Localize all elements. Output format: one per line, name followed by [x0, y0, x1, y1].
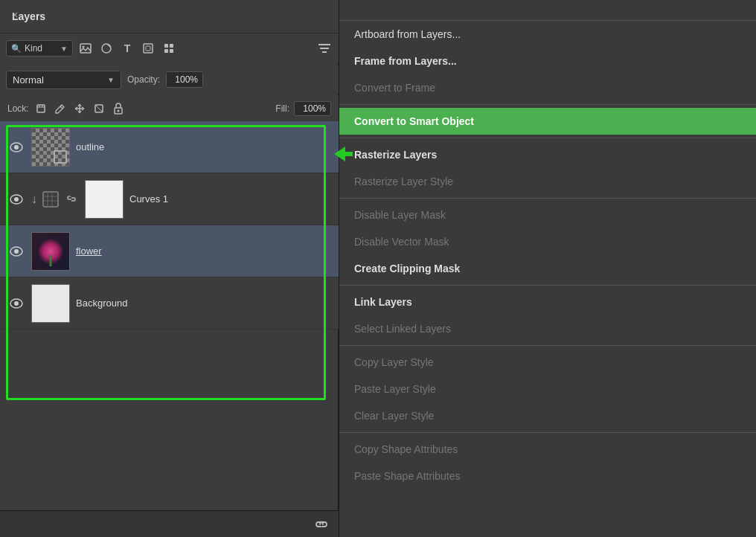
svg-rect-5 [164, 44, 168, 48]
lock-brush-icon[interactable] [53, 101, 68, 116]
menu-divider-2 [339, 138, 756, 138]
visibility-toggle-curves[interactable] [7, 190, 25, 208]
green-arrow [330, 143, 353, 165]
blend-chevron-icon: ▼ [107, 76, 115, 84]
svg-point-20 [117, 109, 119, 112]
curves-clip-arrow: ↓ [31, 193, 37, 206]
menu-item-copy-shape: Copy Shape Attributes [339, 436, 756, 463]
kind-label: Kind [25, 43, 42, 54]
svg-point-24 [14, 197, 19, 202]
menu-divider-1 [339, 104, 756, 105]
flower-layer-name: flower [76, 245, 331, 257]
menu-divider-5 [339, 345, 756, 346]
lock-label: Lock: [7, 103, 29, 114]
opacity-value[interactable]: 100% [166, 71, 203, 88]
outline-thumb-border [54, 150, 67, 164]
visibility-toggle-flower[interactable] [7, 242, 25, 260]
curves-layer-name: Curves 1 [129, 193, 331, 205]
svg-rect-12 [37, 105, 45, 112]
filter-toggle[interactable] [316, 40, 333, 57]
flower-layer-item[interactable]: flower [0, 225, 339, 277]
text-icon: T [124, 42, 131, 54]
menu-item-disable-layer-mask: Disable Layer Mask [339, 202, 756, 228]
curves-layer-thumb [85, 180, 124, 219]
menu-item-frame[interactable]: Frame from Layers... [339, 48, 756, 74]
svg-rect-8 [170, 49, 173, 53]
svg-line-16 [60, 106, 63, 109]
search-icon: 🔍 [11, 44, 22, 54]
menu-item-clear-layer-style: Clear Layer Style [339, 402, 756, 429]
curves-chain-icon [64, 192, 79, 207]
bottom-toolbar [0, 510, 339, 537]
lock-move-icon[interactable] [72, 101, 87, 116]
svg-rect-0 [80, 44, 91, 53]
menu-item-artboard[interactable]: Artboard from Layers... [339, 21, 756, 48]
menu-item-disable-vector-mask: Disable Vector Mask [339, 228, 756, 255]
menu-item-select-linked: Select Linked Layers [339, 315, 756, 342]
svg-point-31 [14, 249, 19, 254]
curves-extras: ↓ [31, 189, 79, 210]
context-menu: Artboard from Layers... Frame from Layer… [339, 0, 756, 537]
layers-list: outline ↓ [0, 121, 339, 329]
menu-divider-3 [339, 198, 756, 199]
svg-point-22 [14, 145, 19, 149]
lock-row: Lock: [0, 95, 339, 121]
link-icon[interactable] [313, 516, 330, 533]
lock-artboard-icon[interactable] [92, 101, 106, 116]
text-filter-icon[interactable]: T [119, 40, 135, 57]
menu-item-convert-smart[interactable]: Convert to Smart Object [339, 108, 756, 135]
outline-layer-thumb [31, 128, 70, 167]
background-layer-item[interactable]: Background [0, 277, 339, 329]
svg-rect-25 [43, 192, 58, 207]
image-filter-icon[interactable] [77, 40, 94, 57]
opacity-label: Opacity: [127, 74, 160, 85]
menu-item-copy-layer-style: Copy Layer Style [339, 349, 756, 376]
layer-item[interactable]: outline [0, 121, 339, 173]
layers-panel: × Layers 🔍 Kind ▼ T [0, 0, 339, 537]
background-layer-thumb [31, 284, 70, 323]
fill-value[interactable]: 100% [294, 101, 331, 116]
flower-layer-thumb [31, 232, 70, 271]
close-button[interactable]: × [7, 7, 22, 22]
lock-all-icon[interactable] [111, 101, 126, 116]
visibility-toggle-outline[interactable] [7, 138, 25, 156]
menu-top-partial [339, 0, 756, 21]
menu-item-create-clipping[interactable]: Create Clipping Mask [339, 255, 756, 282]
menu-item-link-layers[interactable]: Link Layers [339, 289, 756, 315]
misc-filter-icon[interactable] [161, 40, 177, 57]
svg-rect-4 [146, 46, 150, 51]
menu-item-paste-shape: Paste Shape Attributes [339, 463, 756, 489]
svg-marker-34 [334, 147, 353, 161]
circle-filter-icon[interactable] [98, 40, 115, 57]
flower-thumb-image [32, 233, 69, 270]
svg-rect-3 [144, 44, 153, 53]
lock-pixels-icon[interactable] [33, 101, 48, 116]
svg-point-1 [83, 46, 85, 48]
blend-mode-dropdown[interactable]: Normal ▼ [6, 71, 121, 89]
svg-point-33 [14, 301, 19, 306]
filter-row: 🔍 Kind ▼ T [0, 33, 339, 63]
menu-divider-6 [339, 432, 756, 433]
curves-grid-icon [40, 189, 61, 210]
menu-item-rasterize-layers[interactable]: Rasterize Layers [339, 141, 756, 168]
svg-rect-11 [322, 51, 327, 53]
outline-layer-name: outline [76, 141, 331, 152]
menu-divider-4 [339, 285, 756, 286]
transform-filter-icon[interactable] [140, 40, 156, 57]
menu-item-rasterize-style: Rasterize Layer Style [339, 168, 756, 195]
visibility-toggle-background[interactable] [7, 295, 25, 312]
menu-item-convert-frame: Convert to Frame [339, 74, 756, 101]
blend-row: Normal ▼ Opacity: 100% [0, 65, 339, 94]
curves-layer-item[interactable]: ↓ Curves [0, 173, 339, 225]
svg-rect-10 [320, 48, 329, 49]
chevron-down-icon: ▼ [60, 45, 68, 53]
background-layer-name: Background [76, 298, 331, 309]
panel-header: × Layers [0, 0, 339, 33]
kind-dropdown[interactable]: 🔍 Kind ▼ [6, 40, 73, 57]
blend-mode-label: Normal [13, 74, 44, 86]
menu-item-paste-layer-style: Paste Layer Style [339, 376, 756, 402]
svg-rect-6 [170, 44, 173, 48]
svg-rect-7 [164, 49, 168, 53]
svg-line-18 [95, 105, 103, 112]
fill-label: Fill: [275, 103, 289, 114]
